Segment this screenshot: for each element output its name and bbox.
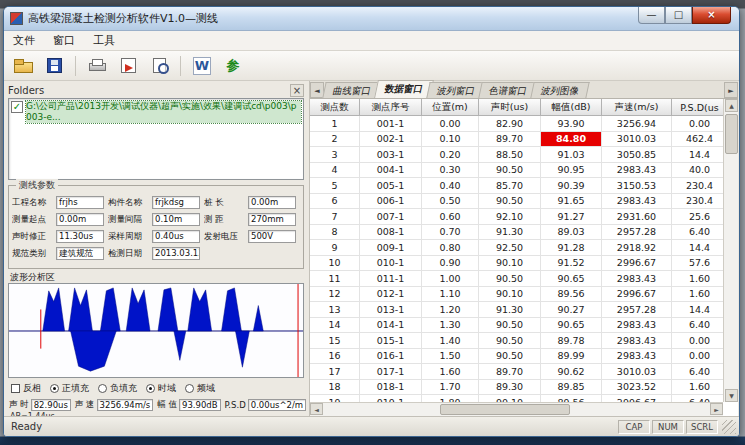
readout-item: 幅 值93.90dB: [157, 399, 220, 411]
table-cell: 90.50: [479, 163, 541, 179]
radio-icon[interactable]: [50, 384, 59, 393]
param-value-field[interactable]: 2013.03.13: [152, 247, 200, 260]
preview-magnifier-icon: [153, 58, 166, 73]
scroll-down-icon[interactable]: ▼: [725, 389, 738, 402]
table-row[interactable]: 1001-10.0082.9093.903256.940.00: [310, 116, 723, 132]
data-table: 测点数测点序号位置(m)声时(us)幅值(dB)声速(m/s)P.S.D(us …: [310, 99, 738, 416]
menu-file[interactable]: 文件: [4, 31, 44, 50]
tab-4[interactable]: 色谱窗口: [478, 82, 537, 98]
horizontal-scrollbar[interactable]: ◄ ►: [310, 402, 723, 416]
param-value-field[interactable]: 0.00m: [56, 213, 104, 226]
table-cell: 88.50: [479, 147, 541, 163]
table-row[interactable]: 11011-11.0090.5090.652983.431.60: [310, 271, 723, 287]
table-row[interactable]: 17017-11.6089.7090.623010.036.40: [310, 364, 723, 380]
column-header[interactable]: 幅值(dB): [541, 99, 602, 116]
param-label: 规范类别: [12, 248, 56, 260]
invert-checkbox[interactable]: 反相: [11, 382, 41, 395]
column-header[interactable]: P.S.D(us: [672, 99, 723, 116]
minimize-button[interactable]: —: [638, 7, 665, 24]
maximize-button[interactable]: □: [665, 7, 692, 24]
tree-item[interactable]: ✓ G:\公司产品\2013开发\调试仪器\超声\实施\效果\建调试cd\p00…: [11, 101, 301, 123]
param-value-field[interactable]: 0.40us: [152, 230, 200, 243]
column-header[interactable]: 测点序号: [360, 99, 422, 116]
table-row[interactable]: 5005-10.4085.7090.393150.53230.4: [310, 178, 723, 194]
tree-item-label[interactable]: G:\公司产品\2013开发\调试仪器\超声\实施\效果\建调试cd\p003\…: [26, 101, 301, 123]
tab-5[interactable]: 波列图像: [530, 82, 589, 98]
table-cell: 016-1: [360, 349, 422, 365]
table-row[interactable]: 9009-10.8092.5091.282918.9214.4: [310, 240, 723, 256]
tab-1[interactable]: 曲线窗口: [322, 82, 381, 98]
table-row[interactable]: 19019-11.8090.1089.562996.676.40: [310, 395, 723, 402]
column-header[interactable]: 声速(m/s): [602, 99, 672, 116]
tab-3[interactable]: 波列窗口: [426, 82, 485, 98]
param-value-field[interactable]: 500V: [248, 230, 296, 243]
table-row[interactable]: 8008-10.7091.3089.032957.286.40: [310, 225, 723, 241]
table-row[interactable]: 15015-11.4090.5089.782983.430.00: [310, 333, 723, 349]
folders-close-icon[interactable]: ×: [290, 84, 304, 97]
param-value-field[interactable]: frjkdsg: [152, 196, 200, 209]
table-cell: 014-1: [360, 318, 422, 334]
print-button[interactable]: [84, 54, 110, 78]
word-report-button[interactable]: W: [189, 54, 215, 78]
table-row[interactable]: 16016-11.5090.5089.992983.430.00: [310, 349, 723, 365]
table-row[interactable]: 7007-10.6092.1091.272931.6025.6: [310, 209, 723, 225]
table-row[interactable]: 12012-11.1090.1089.562996.671.60: [310, 287, 723, 303]
table-row[interactable]: 14014-11.3090.5090.652983.436.40: [310, 318, 723, 334]
param-value-field[interactable]: 11.30us: [56, 230, 104, 243]
export-button[interactable]: [115, 54, 141, 78]
column-header[interactable]: 声时(us): [479, 99, 541, 116]
table-row[interactable]: 13013-11.2091.3090.272957.2814.4: [310, 302, 723, 318]
param-value-field[interactable]: 0.10m: [152, 213, 200, 226]
menu-window[interactable]: 窗口: [44, 31, 84, 50]
horizontal-scroll-thumb[interactable]: [440, 404, 570, 415]
param-value-field[interactable]: 建筑规范: [56, 247, 104, 260]
table-cell: 013-1: [360, 302, 422, 318]
scroll-left-icon[interactable]: ◄: [310, 403, 323, 415]
print-preview-button[interactable]: [146, 54, 172, 78]
tab-scroll-right-icon[interactable]: ►: [724, 82, 738, 98]
table-row[interactable]: 18018-11.7089.3089.853023.521.60: [310, 380, 723, 396]
table-cell: 0.90: [422, 256, 479, 272]
scroll-up-icon[interactable]: ▲: [725, 99, 738, 112]
table-cell: 90.10: [479, 256, 541, 272]
fill-radio[interactable]: 频域: [185, 382, 215, 395]
table-cell: 1.30: [422, 318, 479, 334]
toolbar: W 参: [4, 51, 739, 81]
scroll-right-icon[interactable]: ►: [710, 403, 723, 415]
open-file-button[interactable]: [10, 54, 36, 78]
table-cell: 2996.67: [602, 287, 672, 303]
column-header[interactable]: 位置(m): [422, 99, 479, 116]
parameter-button[interactable]: 参: [220, 54, 246, 78]
title-bar[interactable]: 高铁梁混凝土检测分析软件V1.0—测线 — □ ×: [4, 7, 739, 31]
table-row[interactable]: 10010-10.9090.1091.522996.6757.6: [310, 256, 723, 272]
table-cell: 25.6: [672, 209, 723, 225]
fill-radio[interactable]: 时域: [146, 382, 176, 395]
save-button[interactable]: [41, 54, 67, 78]
fill-radio[interactable]: 正填充: [50, 382, 89, 395]
menu-tools[interactable]: 工具: [84, 31, 124, 50]
column-header[interactable]: 测点数: [310, 99, 360, 116]
radio-icon[interactable]: [185, 384, 194, 393]
table-row[interactable]: 4004-10.3090.5090.952983.4340.0: [310, 163, 723, 179]
radio-icon[interactable]: [98, 384, 107, 393]
fill-radio[interactable]: 负填充: [98, 382, 137, 395]
table-row[interactable]: 6006-10.5090.5091.652983.43230.4: [310, 194, 723, 210]
param-value-field[interactable]: 270mm: [248, 213, 296, 226]
close-button[interactable]: ×: [692, 7, 731, 24]
vertical-scroll-thumb[interactable]: [725, 114, 738, 154]
table-cell: 89.70: [479, 132, 541, 148]
waveform-plot[interactable]: [8, 283, 304, 378]
vertical-scrollbar[interactable]: ▲ ▼: [723, 99, 738, 402]
param-value-field[interactable]: 0.00m: [248, 196, 296, 209]
radio-icon[interactable]: [146, 384, 155, 393]
table-row[interactable]: 3003-10.2088.5091.033050.8514.4: [310, 147, 723, 163]
checkbox-icon[interactable]: [11, 384, 20, 393]
param-value-field[interactable]: frjhs: [56, 196, 104, 209]
table-cell: 2983.43: [602, 349, 672, 365]
tab-2[interactable]: 数据窗口: [374, 80, 434, 98]
table-row[interactable]: 2002-10.1089.7084.803010.03462.4: [310, 132, 723, 148]
resize-grip[interactable]: [722, 420, 736, 434]
table-cell: 003-1: [360, 147, 422, 163]
control-label: 负填充: [110, 382, 137, 395]
checkbox-checked-icon[interactable]: ✓: [11, 101, 23, 113]
